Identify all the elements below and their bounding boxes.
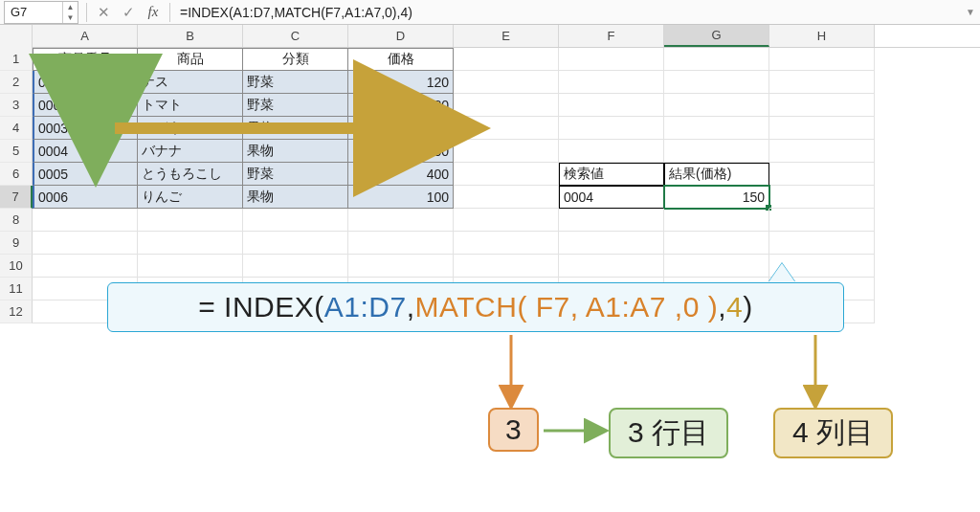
cell[interactable]: 0003 — [33, 117, 138, 140]
row-header[interactable]: 5 — [0, 140, 33, 163]
row-header[interactable]: 7 — [0, 186, 33, 209]
col-header[interactable]: D — [348, 25, 454, 47]
cell[interactable] — [769, 117, 875, 140]
cell[interactable]: 0004 — [559, 186, 664, 209]
row-header[interactable]: 4 — [0, 117, 33, 140]
cell[interactable]: 500 — [348, 117, 454, 140]
row-header[interactable]: 6 — [0, 163, 33, 186]
cell[interactable] — [559, 255, 664, 278]
cell[interactable] — [664, 140, 769, 163]
cell[interactable]: りんご — [138, 186, 243, 209]
spreadsheet-grid[interactable]: A B C D E F G H 1 商品番号 商品 分類 価格 2 0001 ナ… — [0, 25, 980, 323]
cell[interactable]: 0002 — [33, 94, 138, 117]
cell[interactable] — [769, 186, 875, 209]
cell[interactable] — [559, 232, 664, 255]
row-header[interactable]: 8 — [0, 209, 33, 232]
cell[interactable] — [243, 255, 348, 278]
cell[interactable] — [348, 209, 454, 232]
cell[interactable] — [454, 186, 559, 209]
cell[interactable]: 野菜 — [243, 71, 348, 94]
row-header[interactable]: 12 — [0, 301, 33, 323]
stepper-up-icon[interactable]: ▲ — [62, 2, 78, 12]
confirm-icon[interactable]: ✓ — [118, 2, 139, 23]
name-box[interactable]: G7 ▲ ▼ — [4, 1, 78, 24]
cell[interactable] — [664, 94, 769, 117]
fx-icon[interactable]: fx — [143, 2, 164, 23]
cell[interactable] — [664, 48, 769, 71]
name-box-stepper[interactable]: ▲ ▼ — [62, 2, 78, 23]
cell[interactable] — [33, 255, 138, 278]
cell[interactable]: 商品 — [138, 48, 243, 71]
cell[interactable] — [664, 71, 769, 94]
active-cell[interactable]: 150 — [664, 186, 769, 209]
cell[interactable] — [664, 117, 769, 140]
cell[interactable] — [454, 140, 559, 163]
cell[interactable]: 野菜 — [243, 94, 348, 117]
cell[interactable] — [559, 209, 664, 232]
cell[interactable]: 120 — [348, 71, 454, 94]
cell[interactable] — [138, 255, 243, 278]
cell[interactable] — [559, 48, 664, 71]
cell[interactable]: 価格 — [348, 48, 454, 71]
cell[interactable]: ナス — [138, 71, 243, 94]
cell[interactable]: 0006 — [33, 186, 138, 209]
cell[interactable] — [769, 232, 875, 255]
col-header[interactable]: E — [454, 25, 559, 47]
cell[interactable]: 果物 — [243, 186, 348, 209]
cell[interactable]: 0005 — [33, 163, 138, 186]
cell[interactable]: トマト — [138, 94, 243, 117]
formula-bar-input[interactable]: =INDEX(A1:D7,MATCH(F7,A1:A7,0),4) — [174, 5, 961, 20]
cell[interactable] — [138, 232, 243, 255]
cell[interactable] — [454, 255, 559, 278]
cell[interactable]: 80 — [348, 94, 454, 117]
cancel-icon[interactable]: ✕ — [93, 2, 114, 23]
cell[interactable] — [33, 232, 138, 255]
cell[interactable]: 商品番号 — [33, 48, 138, 71]
col-header[interactable]: C — [243, 25, 348, 47]
cell[interactable] — [769, 209, 875, 232]
cell[interactable] — [348, 255, 454, 278]
row-header[interactable]: 10 — [0, 255, 33, 278]
cell[interactable] — [454, 94, 559, 117]
cell[interactable] — [559, 94, 664, 117]
cell[interactable] — [559, 140, 664, 163]
cell[interactable] — [769, 71, 875, 94]
cell[interactable]: 検索値 — [559, 163, 664, 186]
cell[interactable] — [454, 48, 559, 71]
cell[interactable]: 果物 — [243, 140, 348, 163]
cell[interactable]: 果物 — [243, 117, 348, 140]
row-header[interactable]: 2 — [0, 71, 33, 94]
row-header[interactable]: 1 — [0, 48, 33, 71]
formula-bar-expand-icon[interactable]: ▼ — [961, 7, 980, 17]
cell[interactable] — [454, 117, 559, 140]
cell[interactable] — [769, 140, 875, 163]
cell[interactable] — [559, 71, 664, 94]
cell[interactable] — [664, 255, 769, 278]
cell[interactable] — [454, 232, 559, 255]
row-header[interactable]: 11 — [0, 278, 33, 301]
cell[interactable] — [769, 163, 875, 186]
cell[interactable] — [243, 209, 348, 232]
cell[interactable] — [769, 94, 875, 117]
cell[interactable] — [664, 232, 769, 255]
cell[interactable] — [559, 117, 664, 140]
cell[interactable] — [33, 209, 138, 232]
col-header[interactable]: G — [664, 25, 769, 47]
cell[interactable]: 400 — [348, 163, 454, 186]
cell[interactable]: 野菜 — [243, 163, 348, 186]
cell[interactable]: バナナ — [138, 140, 243, 163]
select-all-corner[interactable] — [0, 25, 33, 48]
cell[interactable]: 150 — [348, 140, 454, 163]
cell[interactable]: 0001 — [33, 71, 138, 94]
col-header[interactable]: A — [33, 25, 138, 47]
stepper-down-icon[interactable]: ▼ — [62, 12, 78, 23]
row-header[interactable]: 3 — [0, 94, 33, 117]
cell[interactable]: 0004 — [33, 140, 138, 163]
cell[interactable]: ぶどう — [138, 117, 243, 140]
cell[interactable]: 結果(価格) — [664, 163, 769, 186]
col-header[interactable]: H — [769, 25, 875, 47]
cell[interactable] — [138, 209, 243, 232]
col-header[interactable]: F — [559, 25, 664, 47]
row-header[interactable]: 9 — [0, 232, 33, 255]
cell[interactable] — [348, 232, 454, 255]
